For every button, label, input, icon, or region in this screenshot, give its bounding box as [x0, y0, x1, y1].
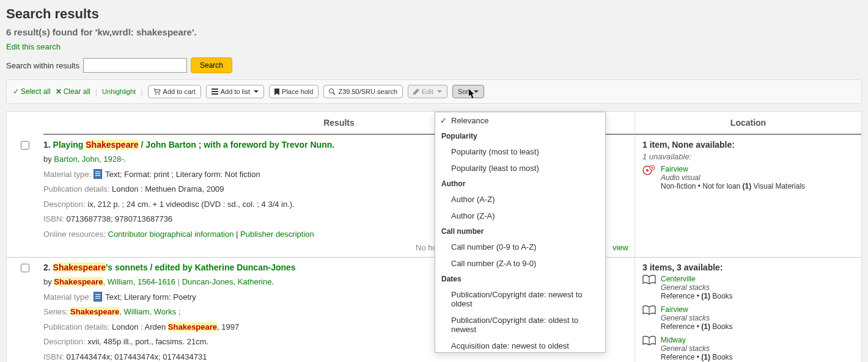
sort-option-pop-least[interactable]: Popularity (least to most): [435, 160, 605, 176]
search-icon: [329, 89, 336, 95]
edit-label: Edit: [422, 88, 433, 95]
highlight: Shakespeare: [86, 140, 138, 150]
results-subtitle: 6 result(s) found for 'kw,wrdl: shakespe…: [6, 27, 862, 37]
sort-option-author-az[interactable]: Author (A-Z): [435, 191, 605, 208]
shelf-text: Audio visual: [661, 173, 701, 182]
txt: .: [124, 154, 127, 164]
title-text: / John Barton ; with a foreword by Trevo…: [139, 140, 334, 150]
text-icon: [94, 169, 102, 179]
online-resource-link[interactable]: Publisher description: [240, 230, 314, 239]
availability-text: Non-fiction • Not for loan (1) Visual Ma…: [661, 182, 805, 190]
series-label: Series:: [43, 307, 70, 316]
material-value: Text: [105, 170, 120, 179]
author-link[interactable]: Shakespeare, William, 1564-1616: [54, 277, 175, 286]
row-checkbox[interactable]: [21, 264, 29, 272]
online-resource-link[interactable]: Contributor biographical information: [108, 230, 234, 239]
svg-point-0: [155, 93, 156, 95]
svg-rect-2: [211, 89, 218, 90]
col-header-location: Location: [635, 112, 861, 135]
search-within-button[interactable]: Search: [191, 57, 232, 73]
sort-button[interactable]: Sort: [452, 85, 484, 98]
sort-option-relevance[interactable]: Relevance: [435, 112, 605, 129]
availability-text: Reference • (1) Books: [661, 353, 733, 361]
isbn-label: ISBN:: [43, 352, 67, 361]
series-link[interactable]: Shakespeare, William, Works ;: [70, 307, 180, 316]
search-within-input[interactable]: [83, 58, 187, 73]
select-all-link[interactable]: ✓ Select all: [13, 87, 51, 96]
sort-dropdown: Relevance Popularity Popularity (most to…: [435, 112, 606, 353]
location-header: 3 items, 3 available:: [642, 262, 854, 272]
sort-option-pop-most[interactable]: Popularity (most to least): [435, 143, 605, 160]
svg-point-8: [646, 169, 649, 172]
sort-option-author-za[interactable]: Author (Z-A): [435, 208, 605, 224]
row-checkbox[interactable]: [21, 141, 29, 150]
cart-icon: [153, 89, 161, 95]
place-hold-button[interactable]: Place hold: [269, 85, 318, 98]
opac-view-link[interactable]: view: [612, 243, 628, 252]
clear-all-link[interactable]: ✕ Clear all: [56, 87, 90, 96]
sort-label: Sort: [458, 88, 470, 95]
edit-search-link[interactable]: Edit this search: [6, 42, 61, 51]
results-table: Relevance Popularity Popularity (most to…: [6, 111, 862, 362]
highlight: Shakespeare: [54, 277, 103, 286]
z3950-button[interactable]: Z39.50/SRU search: [323, 85, 403, 98]
library-link[interactable]: Fairview: [661, 305, 688, 314]
online-label: Online resources:: [43, 230, 108, 239]
place-hold-label: Place hold: [282, 88, 313, 95]
pub-value: , 1997: [217, 322, 239, 331]
txt: , William, 1564-1616: [103, 277, 176, 286]
pub-label: Publication details:: [43, 184, 112, 194]
highlight: Shakespeare: [168, 322, 217, 331]
sort-option-date-new[interactable]: Publication/Copyright date: newest to ol…: [435, 286, 605, 312]
add-to-list-button[interactable]: Add to list: [206, 85, 264, 98]
material-label: Material type:: [43, 170, 94, 179]
material-label: Material type:: [43, 292, 94, 302]
chevron-down-icon: [474, 90, 479, 93]
sort-header-call: Call number: [435, 224, 605, 239]
title-text: Playing: [53, 140, 86, 150]
material-value: Text: [105, 292, 120, 302]
desc-label: Description:: [43, 337, 87, 346]
availability-text: Reference • (1) Books: [661, 322, 733, 331]
separator: |: [141, 87, 142, 96]
isbn-value: 0713687738; 9780713687736: [67, 214, 173, 223]
result-title-link[interactable]: Shakespeare's sonnets / edited by Kather…: [53, 262, 296, 272]
desc-value: xvii, 485p ill., port., facsims. 21cm.: [87, 337, 208, 346]
author-link[interactable]: Duncan-Jones, Katherine: [182, 277, 272, 286]
disc-icon: [642, 165, 656, 190]
separator: |: [95, 87, 97, 96]
isbn-label: ISBN:: [43, 214, 67, 223]
result-title-link[interactable]: Playing Shakespeare / John Barton ; with…: [53, 140, 335, 150]
book-icon: [642, 275, 656, 300]
chevron-down-icon: [254, 90, 259, 93]
pub-value: London : Arden: [112, 322, 168, 331]
library-link[interactable]: Centerville: [661, 275, 696, 283]
highlight: Shakespeare: [53, 262, 106, 272]
pub-value: London : Methuen Drama, 2009: [112, 184, 224, 194]
svg-point-5: [329, 89, 334, 93]
sort-option-acq-new[interactable]: Acquisition date: newest to oldest: [435, 338, 605, 353]
litform-value: ; Literary form: Poetry: [120, 292, 196, 302]
search-within-label: Search within results: [6, 61, 79, 70]
book-icon: [642, 336, 656, 361]
library-link[interactable]: Midway: [661, 336, 686, 344]
sort-option-call-asc[interactable]: Call number (0-9 to A-Z): [435, 239, 605, 255]
sort-option-call-desc[interactable]: Call number (Z-A to 9-0): [435, 255, 605, 272]
sort-option-date-old[interactable]: Publication/Copyright date: oldest to ne…: [435, 312, 605, 338]
unhighlight-link[interactable]: Unhighlight: [102, 88, 136, 95]
results-toolbar: ✓ Select all ✕ Clear all | Unhighlight |…: [6, 79, 862, 104]
title-text: 's sonnets / edited by Katherine Duncan-…: [106, 262, 296, 272]
location-sub: 1 unavailable:: [642, 152, 854, 161]
edit-button: Edit: [408, 85, 447, 98]
author-link[interactable]: Barton, John, 1928-: [54, 154, 123, 164]
library-link[interactable]: Fairview: [661, 165, 688, 173]
shelf-text: General stacks: [661, 283, 710, 292]
add-to-cart-button[interactable]: Add to cart: [148, 85, 201, 98]
result-number: 1.: [43, 140, 51, 150]
x-icon: ✕: [56, 87, 62, 96]
shelf-text: General stacks: [661, 344, 710, 353]
svg-line-6: [333, 93, 335, 95]
check-icon: ✓: [13, 87, 19, 96]
desc-label: Description:: [43, 200, 87, 209]
pencil-icon: [413, 89, 419, 95]
